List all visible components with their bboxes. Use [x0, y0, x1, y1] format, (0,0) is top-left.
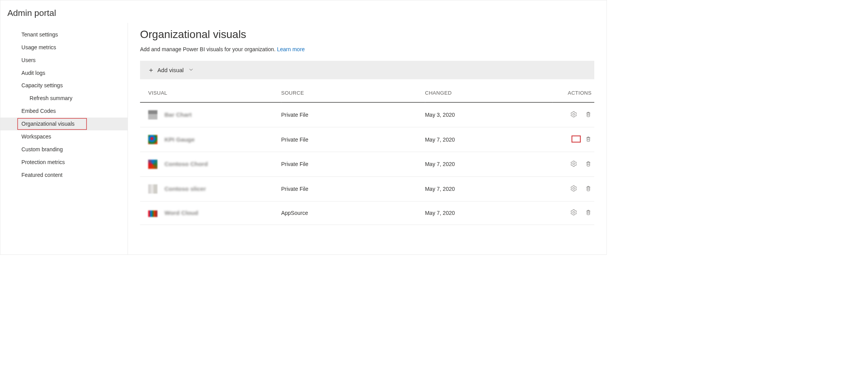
- trash-icon[interactable]: [585, 136, 592, 142]
- chevron-down-icon: [188, 67, 193, 73]
- main-title: Organizational visuals: [140, 28, 594, 41]
- changed-cell: May 7, 2020: [425, 176, 552, 201]
- table-row[interactable]: KPI GaugePrivate FileMay 7, 2020: [140, 127, 594, 152]
- sidebar-item-embed-codes[interactable]: Embed Codes: [0, 105, 128, 118]
- table-row[interactable]: Word CloudAppSourceMay 7, 2020: [140, 201, 594, 225]
- sidebar-item-organizational-visuals[interactable]: Organizational visuals: [0, 118, 128, 130]
- gear-icon[interactable]: [570, 185, 577, 192]
- gear-icon[interactable]: [570, 160, 577, 167]
- add-visual-button[interactable]: ＋ Add visual: [140, 61, 594, 80]
- changed-cell: May 3, 2020: [425, 102, 552, 127]
- visual-name: Bar Chart: [164, 111, 192, 118]
- trash-icon[interactable]: [585, 111, 592, 118]
- sidebar-item-workspaces[interactable]: Workspaces: [0, 130, 128, 143]
- changed-cell: May 7, 2020: [425, 127, 552, 152]
- col-source[interactable]: SOURCE: [281, 82, 425, 102]
- col-visual[interactable]: VISUAL: [140, 82, 281, 102]
- table-row[interactable]: Contoso slicerPrivate FileMay 7, 2020: [140, 176, 594, 201]
- sidebar-item-usage-metrics[interactable]: Usage metrics: [0, 41, 128, 54]
- visual-thumbnail-icon: [148, 211, 157, 217]
- plus-icon: ＋: [148, 66, 154, 74]
- visual-thumbnail-icon: [148, 110, 157, 119]
- gear-icon[interactable]: [570, 209, 577, 216]
- sidebar-item-tenant-settings[interactable]: Tenant settings: [0, 28, 128, 41]
- visual-name: KPI Gauge: [164, 136, 195, 143]
- table-row[interactable]: Bar ChartPrivate FileMay 3, 2020: [140, 102, 594, 127]
- visual-thumbnail-icon: [148, 135, 157, 144]
- sidebar: Tenant settingsUsage metricsUsersAudit l…: [0, 23, 128, 254]
- changed-cell: May 7, 2020: [425, 152, 552, 177]
- visual-name: Word Cloud: [164, 209, 198, 216]
- visual-name: Contoso slicer: [164, 185, 206, 192]
- visual-name: Contoso Chord: [164, 161, 208, 168]
- table-row[interactable]: Contoso ChordPrivate FileMay 7, 2020: [140, 152, 594, 177]
- sidebar-item-featured-content[interactable]: Featured content: [0, 169, 128, 182]
- visual-thumbnail-icon: [148, 160, 157, 169]
- add-visual-label: Add visual: [157, 67, 184, 73]
- trash-icon[interactable]: [585, 209, 592, 216]
- sidebar-item-audit-logs[interactable]: Audit logs: [0, 67, 128, 80]
- source-cell: Private File: [281, 127, 425, 152]
- sidebar-item-refresh-summary[interactable]: Refresh summary: [0, 92, 128, 105]
- gear-icon[interactable]: [570, 111, 577, 118]
- source-cell: Private File: [281, 152, 425, 177]
- trash-icon[interactable]: [585, 185, 592, 192]
- changed-cell: May 7, 2020: [425, 201, 552, 225]
- trash-icon[interactable]: [585, 160, 592, 167]
- sidebar-item-users[interactable]: Users: [0, 54, 128, 67]
- sidebar-item-protection-metrics[interactable]: Protection metrics: [0, 156, 128, 169]
- subtitle-text: Add and manage Power BI visuals for your…: [140, 47, 275, 52]
- col-changed[interactable]: CHANGED: [425, 82, 552, 102]
- visuals-table: VISUAL SOURCE CHANGED ACTIONS Bar ChartP…: [140, 82, 594, 225]
- source-cell: AppSource: [281, 201, 425, 225]
- learn-more-link[interactable]: Learn more: [277, 47, 305, 52]
- sidebar-item-capacity-settings[interactable]: Capacity settings: [0, 79, 128, 92]
- source-cell: Private File: [281, 176, 425, 201]
- main-content: Organizational visuals Add and manage Po…: [128, 23, 607, 254]
- page-title: Admin portal: [7, 8, 607, 18]
- col-actions: ACTIONS: [552, 82, 594, 102]
- source-cell: Private File: [281, 102, 425, 127]
- sidebar-item-custom-branding[interactable]: Custom branding: [0, 143, 128, 156]
- main-subtitle: Add and manage Power BI visuals for your…: [140, 47, 594, 53]
- visual-thumbnail-icon: [148, 184, 157, 194]
- gear-icon[interactable]: [571, 135, 581, 142]
